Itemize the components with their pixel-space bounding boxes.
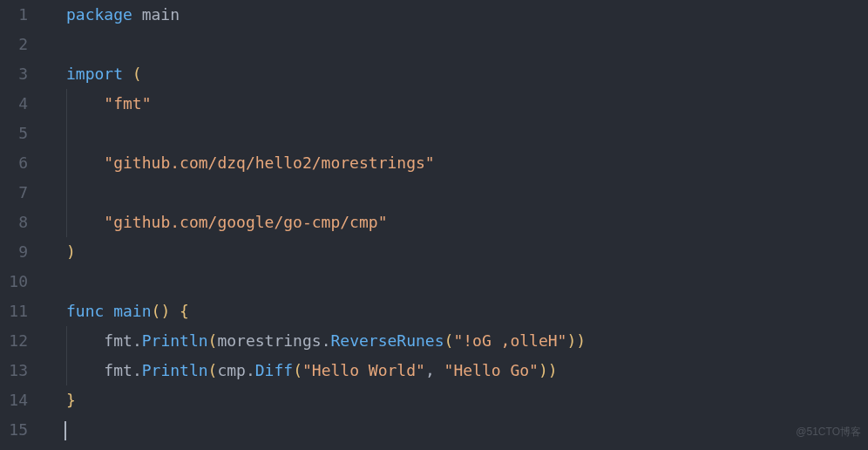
line-number: 13 bbox=[0, 356, 28, 385]
line-number: 8 bbox=[0, 208, 28, 237]
line-number: 2 bbox=[0, 30, 28, 59]
identifier: fmt bbox=[104, 331, 132, 350]
identifier: cmp bbox=[217, 361, 246, 379]
code-line[interactable]: } bbox=[66, 385, 868, 415]
indent-guide bbox=[66, 178, 67, 208]
line-number: 9 bbox=[0, 237, 28, 267]
line-number: 5 bbox=[0, 119, 28, 148]
comma: , bbox=[425, 361, 444, 379]
text-cursor-icon bbox=[64, 421, 66, 440]
line-number: 1 bbox=[0, 0, 28, 30]
string-literal: "github.com/google/go-cmp/cmp" bbox=[104, 213, 387, 231]
line-number: 7 bbox=[0, 178, 28, 208]
string-literal: "github.com/dzq/hello2/morestrings" bbox=[104, 153, 434, 172]
indent-guide bbox=[66, 208, 67, 237]
code-line[interactable]: import ( bbox=[66, 59, 868, 89]
paren: ( bbox=[208, 361, 218, 379]
indent-guide bbox=[66, 119, 67, 148]
string-literal: "fmt" bbox=[104, 94, 151, 112]
paren: )) bbox=[539, 361, 558, 379]
paren: ( bbox=[123, 65, 142, 83]
keyword-package: package bbox=[66, 5, 132, 24]
paren: ( bbox=[293, 361, 302, 379]
line-number: 14 bbox=[0, 385, 28, 415]
line-number: 10 bbox=[0, 267, 28, 297]
code-line[interactable]: "github.com/google/go-cmp/cmp" bbox=[66, 208, 868, 237]
code-line[interactable]: "fmt" bbox=[66, 89, 868, 119]
brace: { bbox=[170, 302, 189, 320]
code-line[interactable] bbox=[66, 178, 868, 208]
code-line[interactable] bbox=[66, 415, 868, 445]
method-name: Diff bbox=[255, 361, 293, 379]
identifier: morestrings bbox=[217, 331, 321, 350]
dot: . bbox=[322, 331, 331, 350]
code-line[interactable] bbox=[66, 119, 868, 148]
code-line[interactable]: package main bbox=[66, 0, 868, 30]
dot: . bbox=[132, 331, 142, 350]
indent-guide bbox=[66, 356, 67, 385]
code-line[interactable]: fmt.Println(cmp.Diff("Hello World", "Hel… bbox=[66, 356, 868, 385]
method-name: Println bbox=[142, 361, 208, 379]
line-gutter: 1 2 3 4 5 6 7 8 9 10 11 12 13 14 15 bbox=[0, 0, 44, 450]
code-line[interactable]: ) bbox=[66, 237, 868, 267]
method-name: Println bbox=[142, 331, 208, 350]
indent-guide bbox=[66, 89, 67, 119]
line-number: 6 bbox=[0, 148, 28, 178]
identifier: main bbox=[132, 5, 180, 24]
code-line[interactable]: func main() { bbox=[66, 297, 868, 326]
keyword-import: import bbox=[66, 65, 123, 83]
indent-guide bbox=[66, 148, 67, 178]
string-literal: "Hello Go" bbox=[444, 361, 539, 379]
string-literal: "!oG ,olleH" bbox=[453, 331, 566, 350]
function-name: main bbox=[104, 302, 151, 320]
indent-guide bbox=[66, 326, 67, 356]
code-area[interactable]: package main import ( "fmt" "github.com/… bbox=[44, 0, 868, 450]
line-number: 11 bbox=[0, 297, 28, 326]
line-number: 12 bbox=[0, 326, 28, 356]
code-line[interactable]: fmt.Println(morestrings.ReverseRunes("!o… bbox=[66, 326, 868, 356]
code-line[interactable] bbox=[66, 30, 868, 59]
dot: . bbox=[132, 361, 142, 379]
watermark: @51CTO博客 bbox=[796, 417, 861, 447]
paren: ) bbox=[66, 242, 76, 261]
paren: () bbox=[152, 302, 171, 320]
paren: ( bbox=[208, 331, 218, 350]
paren: )) bbox=[566, 331, 586, 350]
line-number: 15 bbox=[0, 415, 28, 445]
code-editor[interactable]: 1 2 3 4 5 6 7 8 9 10 11 12 13 14 15 pack… bbox=[0, 0, 868, 450]
line-number: 3 bbox=[0, 59, 28, 89]
identifier: fmt bbox=[104, 361, 132, 379]
dot: . bbox=[246, 361, 255, 379]
brace: } bbox=[66, 391, 76, 409]
paren: ( bbox=[444, 331, 454, 350]
string-literal: "Hello World" bbox=[302, 361, 425, 379]
code-line[interactable] bbox=[66, 267, 868, 297]
line-number: 4 bbox=[0, 89, 28, 119]
code-line[interactable]: "github.com/dzq/hello2/morestrings" bbox=[66, 148, 868, 178]
keyword-func: func bbox=[66, 302, 104, 320]
method-name: ReverseRunes bbox=[330, 331, 444, 350]
